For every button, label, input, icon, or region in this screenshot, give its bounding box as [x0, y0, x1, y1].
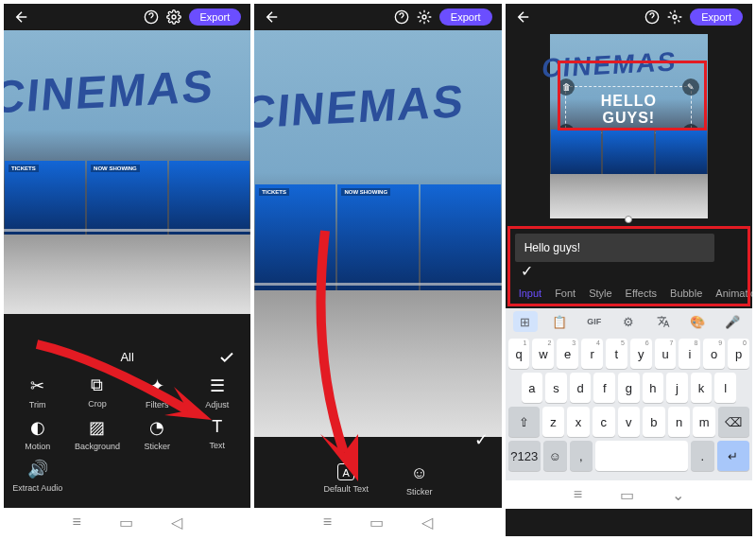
- export-button[interactable]: Export: [690, 9, 743, 26]
- key-t[interactable]: t5: [606, 339, 627, 369]
- kb-translate-icon[interactable]: [651, 311, 676, 332]
- nav-home-icon[interactable]: ▭: [620, 486, 634, 504]
- gear-icon[interactable]: [417, 9, 432, 25]
- tool-filters[interactable]: ✦Filters: [131, 375, 183, 409]
- key-space[interactable]: [595, 441, 688, 471]
- svg-point-7: [673, 15, 677, 19]
- preview-resize-handle[interactable]: [625, 216, 632, 223]
- key-⇧[interactable]: ⇧: [508, 407, 540, 437]
- key-l[interactable]: l: [714, 373, 736, 403]
- svg-point-4: [422, 15, 426, 19]
- key-a[interactable]: a: [522, 373, 543, 403]
- nav-recent-icon[interactable]: ≡: [323, 514, 332, 531]
- confirm-icon[interactable]: [218, 349, 235, 366]
- key-s[interactable]: s: [545, 373, 567, 403]
- tool-motion[interactable]: ◐Motion: [11, 417, 63, 451]
- text-box-icon: A: [337, 463, 354, 480]
- text-input-panel: ✓ Input Font Style Effects Bubble Animat…: [506, 224, 752, 308]
- kb-clipboard-icon[interactable]: 📋: [547, 311, 572, 332]
- key-y[interactable]: y6: [630, 339, 652, 369]
- scene-sign-text: CINEMAS: [254, 76, 467, 138]
- android-navbar: ≡ ▭ ◁: [254, 508, 501, 536]
- audio-icon: 🔊: [27, 459, 48, 479]
- export-button[interactable]: Export: [439, 9, 492, 26]
- screen-text-type: Export CINEMAS TICKETS NOW SHOWING ✓ ADe…: [254, 4, 501, 536]
- back-icon[interactable]: [13, 9, 30, 26]
- key-r[interactable]: r4: [581, 339, 603, 369]
- tool-adjust[interactable]: ☰Adjust: [191, 375, 243, 409]
- store-label: TICKETS: [9, 165, 39, 172]
- key-emoji[interactable]: ☺: [543, 441, 567, 471]
- key-v[interactable]: v: [618, 407, 641, 437]
- key-period[interactable]: .: [691, 441, 714, 471]
- key-w[interactable]: w2: [532, 339, 554, 369]
- gear-icon[interactable]: [667, 9, 682, 25]
- nav-back-icon[interactable]: ◁: [421, 514, 433, 531]
- key-j[interactable]: j: [666, 373, 688, 403]
- key-enter[interactable]: ↵: [717, 441, 749, 471]
- key-comma[interactable]: ,: [570, 441, 593, 471]
- key-⌫[interactable]: ⌫: [718, 407, 749, 437]
- sliders-icon: ☰: [210, 375, 225, 396]
- annotation-highlight: [558, 61, 707, 131]
- export-button[interactable]: Export: [189, 9, 242, 26]
- tool-background[interactable]: ▨Background: [71, 417, 123, 451]
- key-c[interactable]: c: [593, 407, 615, 437]
- sparkle-icon: ✦: [150, 375, 164, 396]
- topbar: Export: [254, 4, 501, 30]
- tool-extract-audio[interactable]: 🔊Extract Audio: [11, 459, 63, 493]
- tool-panel-title: All: [120, 350, 133, 364]
- tool-crop[interactable]: ⧉Crop: [71, 375, 123, 409]
- tool-sticker[interactable]: ◔Sticker: [131, 417, 183, 451]
- store-label: NOW SHOWING: [91, 165, 140, 172]
- tool-panel: All ✂Trim ⧉Crop ✦Filters ☰Adjust ◐Motion…: [4, 339, 250, 508]
- kb-theme-icon[interactable]: 🎨: [685, 311, 710, 332]
- key-i[interactable]: i8: [679, 339, 700, 369]
- key-h[interactable]: h: [643, 373, 664, 403]
- nav-home-icon[interactable]: ▭: [369, 514, 384, 531]
- key-k[interactable]: k: [691, 373, 713, 403]
- screen-text-input: Export CINEMAS 🗑 ✎ ⎘ ⤡ HELLO GUYS!: [506, 4, 752, 536]
- help-icon[interactable]: [394, 9, 409, 25]
- key-m[interactable]: m: [693, 407, 715, 437]
- tool-sticker[interactable]: ☺Sticker: [406, 463, 433, 496]
- gear-icon[interactable]: [166, 9, 181, 25]
- key-d[interactable]: d: [570, 373, 592, 403]
- key-z[interactable]: z: [542, 407, 565, 437]
- nav-keyboard-hide-icon[interactable]: ⌄: [672, 486, 684, 504]
- android-navbar: ≡ ▭ ⌄: [506, 480, 752, 509]
- key-u[interactable]: u7: [655, 339, 677, 369]
- key-p[interactable]: p0: [728, 339, 749, 369]
- help-icon[interactable]: [144, 9, 159, 25]
- nav-back-icon[interactable]: ◁: [171, 514, 182, 531]
- kb-mic-icon[interactable]: 🎤: [720, 311, 745, 332]
- nav-recent-icon[interactable]: ≡: [574, 486, 582, 503]
- key-g[interactable]: g: [618, 373, 640, 403]
- text-type-tools: ✓ ADefault Text ☺Sticker: [254, 452, 501, 508]
- kb-stickers-icon[interactable]: ⊞: [513, 311, 538, 332]
- screen-editor-tools: Export CINEMAS TICKETS NOW SHOWING All ✂…: [4, 4, 250, 536]
- soft-keyboard: ⊞ 📋 GIF ⚙ 🎨 🎤 q1w2e3r4t5y6u7i8o9p0asdfgh…: [506, 308, 752, 480]
- key-x[interactable]: x: [567, 407, 590, 437]
- key-q[interactable]: q1: [508, 339, 530, 369]
- back-icon[interactable]: [264, 9, 281, 26]
- key-symbols[interactable]: ?123: [508, 441, 541, 471]
- back-icon[interactable]: [515, 9, 532, 26]
- tool-text[interactable]: TText: [191, 417, 243, 451]
- topbar: Export: [4, 4, 250, 30]
- motion-icon: ◐: [30, 417, 45, 438]
- svg-point-1: [172, 15, 176, 19]
- tool-default-text[interactable]: ADefault Text: [324, 463, 369, 496]
- key-o[interactable]: o9: [703, 339, 725, 369]
- key-n[interactable]: n: [668, 407, 691, 437]
- key-b[interactable]: b: [643, 407, 665, 437]
- help-icon[interactable]: [644, 9, 660, 25]
- nav-recent-icon[interactable]: ≡: [72, 514, 80, 531]
- key-f[interactable]: f: [593, 373, 615, 403]
- key-e[interactable]: e3: [557, 339, 578, 369]
- kb-gif-icon[interactable]: GIF: [582, 311, 607, 332]
- tool-trim[interactable]: ✂Trim: [11, 375, 63, 409]
- kb-settings-icon[interactable]: ⚙: [616, 311, 641, 332]
- nav-home-icon[interactable]: ▭: [119, 514, 133, 531]
- confirm-icon[interactable]: ✓: [474, 429, 489, 450]
